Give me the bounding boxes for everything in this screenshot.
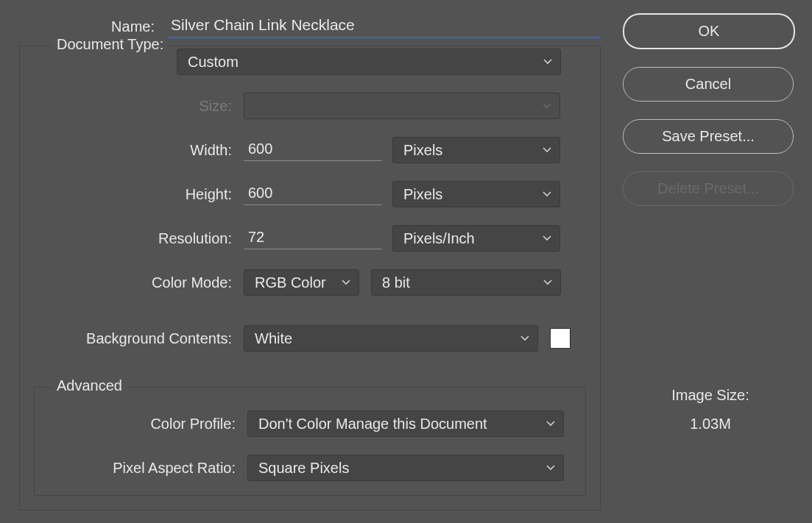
color-profile-dropdown[interactable]: Don't Color Manage this Document [247, 410, 564, 437]
pixel-aspect-ratio-label: Pixel Aspect Ratio: [0, 460, 236, 477]
name-input[interactable] [166, 15, 601, 38]
cancel-button-label: Cancel [685, 76, 731, 93]
chevron-down-icon [546, 420, 556, 427]
resolution-unit-value: Pixels/Inch [403, 230, 475, 247]
save-preset-button-label: Save Preset... [662, 128, 755, 145]
background-color-swatch[interactable] [550, 328, 571, 349]
chevron-down-icon [546, 464, 556, 472]
width-unit-value: Pixels [403, 142, 442, 159]
bit-depth-dropdown[interactable]: 8 bit [371, 269, 561, 296]
document-type-dropdown[interactable]: Custom [177, 49, 561, 75]
color-profile-label: Color Profile: [0, 416, 236, 433]
height-label: Height: [0, 186, 232, 203]
background-contents-dropdown[interactable]: White [244, 325, 538, 352]
resolution-input[interactable] [244, 227, 382, 249]
chevron-down-icon [542, 102, 552, 110]
new-document-dialog: Name: Document Type: Custom Size: Width: [0, 0, 812, 523]
document-type-value: Custom [188, 54, 239, 71]
chevron-down-icon [543, 279, 553, 286]
chevron-down-icon [520, 335, 530, 342]
color-mode-dropdown[interactable]: RGB Color [244, 269, 359, 296]
color-mode-label: Color Mode: [0, 274, 232, 291]
chevron-down-icon [542, 235, 552, 242]
bit-depth-value: 8 bit [382, 274, 410, 291]
image-size-value: 1.03M [623, 416, 798, 433]
chevron-down-icon [543, 58, 553, 65]
background-contents-value: White [255, 330, 292, 347]
pixel-aspect-ratio-value: Square Pixels [258, 460, 349, 477]
resolution-label: Resolution: [0, 230, 232, 247]
width-input[interactable] [244, 139, 382, 161]
cancel-button[interactable]: Cancel [623, 67, 794, 102]
pixel-aspect-ratio-dropdown[interactable]: Square Pixels [247, 455, 564, 481]
ok-button[interactable]: OK [623, 13, 795, 49]
size-dropdown [244, 93, 560, 119]
height-unit-dropdown[interactable]: Pixels [392, 181, 560, 207]
advanced-legend: Advanced [52, 377, 127, 394]
image-size-label: Image Size: [623, 387, 798, 404]
chevron-down-icon [341, 279, 351, 286]
width-label: Width: [0, 142, 232, 159]
width-unit-dropdown[interactable]: Pixels [392, 137, 560, 163]
ok-button-label: OK [699, 23, 720, 40]
color-mode-value: RGB Color [255, 274, 326, 291]
size-label: Size: [0, 98, 232, 115]
height-unit-value: Pixels [403, 186, 442, 203]
delete-preset-button-label: Delete Preset... [657, 180, 759, 197]
height-input[interactable] [244, 183, 382, 205]
background-contents-label: Background Contents: [0, 330, 232, 347]
delete-preset-button: Delete Preset... [623, 171, 794, 206]
color-profile-value: Don't Color Manage this Document [258, 416, 487, 433]
save-preset-button[interactable]: Save Preset... [623, 119, 794, 154]
chevron-down-icon [542, 146, 552, 154]
name-label: Name: [0, 18, 155, 35]
resolution-unit-dropdown[interactable]: Pixels/Inch [392, 225, 560, 252]
chevron-down-icon [542, 191, 552, 198]
